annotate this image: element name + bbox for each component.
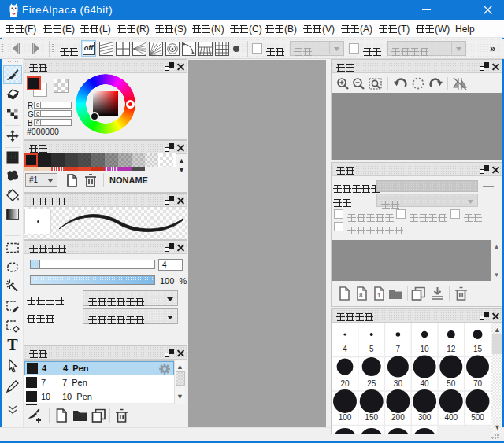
svg-text:100: 100: [339, 413, 352, 422]
svg-text:12: 12: [447, 345, 456, 353]
svg-text:200: 200: [391, 413, 405, 422]
svg-text:1: 1: [377, 292, 381, 299]
svg-text:150: 150: [365, 413, 378, 422]
svg-text:40: 40: [421, 379, 430, 388]
svg-text:10: 10: [421, 345, 430, 353]
svg-text:400: 400: [444, 413, 458, 422]
svg-text:8: 8: [359, 292, 363, 299]
svg-text:25: 25: [367, 379, 376, 388]
svg-text:300: 300: [418, 413, 432, 422]
svg-text:500: 500: [471, 413, 484, 422]
svg-text:5: 5: [369, 345, 374, 353]
svg-text:15: 15: [473, 345, 483, 353]
svg-text:7: 7: [396, 345, 401, 353]
svg-text:4: 4: [343, 345, 347, 353]
svg-text:20: 20: [340, 379, 350, 388]
svg-text:50: 50: [447, 379, 456, 388]
svg-text:70: 70: [473, 379, 483, 388]
svg-text:30: 30: [394, 379, 403, 388]
